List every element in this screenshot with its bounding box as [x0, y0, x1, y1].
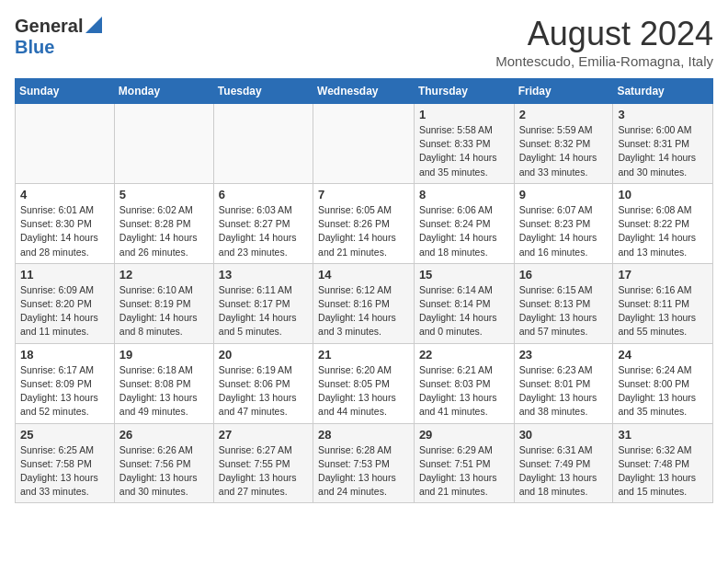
day-number: 21 [318, 348, 409, 362]
day-number: 1 [419, 108, 509, 121]
day-number: 6 [219, 188, 308, 201]
day-number: 29 [419, 428, 509, 442]
weekday-header-tuesday: Tuesday [213, 79, 313, 104]
calendar-cell [313, 104, 415, 184]
calendar-week-5: 25Sunrise: 6:25 AM Sunset: 7:58 PM Dayli… [16, 423, 713, 503]
day-number: 28 [318, 428, 409, 442]
day-info: Sunrise: 5:58 AM Sunset: 8:33 PM Dayligh… [419, 123, 509, 179]
day-info: Sunrise: 6:24 AM Sunset: 8:00 PM Dayligh… [618, 363, 708, 419]
calendar-week-1: 1Sunrise: 5:58 AM Sunset: 8:33 PM Daylig… [16, 104, 713, 184]
day-info: Sunrise: 6:08 AM Sunset: 8:22 PM Dayligh… [618, 203, 708, 259]
day-number: 9 [519, 188, 609, 201]
calendar-cell: 26Sunrise: 6:26 AM Sunset: 7:56 PM Dayli… [114, 423, 213, 503]
svg-marker-0 [85, 17, 102, 33]
day-info: Sunrise: 6:00 AM Sunset: 8:31 PM Dayligh… [618, 123, 708, 179]
logo-blue: Blue [15, 37, 54, 57]
calendar-week-3: 11Sunrise: 6:09 AM Sunset: 8:20 PM Dayli… [16, 263, 713, 343]
calendar-cell: 30Sunrise: 6:31 AM Sunset: 7:49 PM Dayli… [514, 423, 613, 503]
calendar-cell: 17Sunrise: 6:16 AM Sunset: 8:11 PM Dayli… [613, 263, 713, 343]
calendar-cell: 1Sunrise: 5:58 AM Sunset: 8:33 PM Daylig… [414, 104, 514, 184]
calendar-table: SundayMondayTuesdayWednesdayThursdayFrid… [15, 78, 713, 503]
day-number: 20 [219, 348, 308, 362]
day-number: 16 [519, 268, 609, 282]
day-number: 22 [419, 348, 509, 362]
day-number: 4 [20, 188, 109, 201]
calendar-cell: 19Sunrise: 6:18 AM Sunset: 8:08 PM Dayli… [114, 343, 213, 423]
calendar-cell: 3Sunrise: 6:00 AM Sunset: 8:31 PM Daylig… [613, 104, 713, 184]
weekday-header-saturday: Saturday [613, 79, 713, 104]
day-number: 14 [318, 268, 409, 282]
day-number: 18 [20, 348, 109, 362]
day-info: Sunrise: 6:27 AM Sunset: 7:55 PM Dayligh… [219, 443, 308, 500]
day-info: Sunrise: 6:09 AM Sunset: 8:20 PM Dayligh… [20, 283, 109, 339]
location: Montescudo, Emilia-Romagna, Italy [495, 53, 713, 69]
calendar-cell: 10Sunrise: 6:08 AM Sunset: 8:22 PM Dayli… [613, 183, 713, 263]
day-info: Sunrise: 6:01 AM Sunset: 8:30 PM Dayligh… [20, 203, 109, 259]
day-info: Sunrise: 6:10 AM Sunset: 8:19 PM Dayligh… [119, 283, 209, 339]
day-number: 25 [20, 428, 109, 442]
header: General Blue August 2024 Montescudo, Emi… [15, 15, 713, 69]
calendar-cell: 28Sunrise: 6:28 AM Sunset: 7:53 PM Dayli… [313, 423, 415, 503]
calendar-cell [16, 104, 115, 184]
day-number: 10 [618, 188, 708, 201]
calendar-week-4: 18Sunrise: 6:17 AM Sunset: 8:09 PM Dayli… [16, 343, 713, 423]
day-info: Sunrise: 6:03 AM Sunset: 8:27 PM Dayligh… [219, 203, 308, 259]
day-info: Sunrise: 6:26 AM Sunset: 7:56 PM Dayligh… [119, 443, 209, 500]
weekday-header-friday: Friday [514, 79, 613, 104]
calendar-cell: 14Sunrise: 6:12 AM Sunset: 8:16 PM Dayli… [313, 263, 415, 343]
day-info: Sunrise: 6:19 AM Sunset: 8:06 PM Dayligh… [219, 363, 308, 419]
calendar-cell: 9Sunrise: 6:07 AM Sunset: 8:23 PM Daylig… [514, 183, 613, 263]
calendar-cell: 20Sunrise: 6:19 AM Sunset: 8:06 PM Dayli… [213, 343, 313, 423]
day-number: 15 [419, 268, 509, 282]
weekday-header-sunday: Sunday [16, 79, 115, 104]
weekday-header-monday: Monday [114, 79, 213, 104]
day-info: Sunrise: 6:06 AM Sunset: 8:24 PM Dayligh… [419, 203, 509, 259]
day-number: 8 [419, 188, 509, 201]
day-number: 19 [119, 348, 209, 362]
day-info: Sunrise: 6:32 AM Sunset: 7:48 PM Dayligh… [618, 443, 708, 500]
day-info: Sunrise: 6:17 AM Sunset: 8:09 PM Dayligh… [20, 363, 109, 419]
calendar-cell: 31Sunrise: 6:32 AM Sunset: 7:48 PM Dayli… [613, 423, 713, 503]
calendar-cell: 7Sunrise: 6:05 AM Sunset: 8:26 PM Daylig… [313, 183, 415, 263]
day-info: Sunrise: 6:16 AM Sunset: 8:11 PM Dayligh… [618, 283, 708, 339]
day-info: Sunrise: 6:31 AM Sunset: 7:49 PM Dayligh… [519, 443, 609, 500]
day-number: 7 [318, 188, 409, 201]
day-info: Sunrise: 6:11 AM Sunset: 8:17 PM Dayligh… [219, 283, 308, 339]
day-info: Sunrise: 6:18 AM Sunset: 8:08 PM Dayligh… [119, 363, 209, 419]
title-area: August 2024 Montescudo, Emilia-Romagna, … [495, 15, 713, 69]
calendar-week-2: 4Sunrise: 6:01 AM Sunset: 8:30 PM Daylig… [16, 183, 713, 263]
calendar-cell: 16Sunrise: 6:15 AM Sunset: 8:13 PM Dayli… [514, 263, 613, 343]
day-info: Sunrise: 6:20 AM Sunset: 8:05 PM Dayligh… [318, 363, 409, 419]
day-info: Sunrise: 6:05 AM Sunset: 8:26 PM Dayligh… [318, 203, 409, 259]
day-info: Sunrise: 6:21 AM Sunset: 8:03 PM Dayligh… [419, 363, 509, 419]
day-info: Sunrise: 6:25 AM Sunset: 7:58 PM Dayligh… [20, 443, 109, 500]
calendar-cell: 21Sunrise: 6:20 AM Sunset: 8:05 PM Dayli… [313, 343, 415, 423]
day-info: Sunrise: 6:02 AM Sunset: 8:28 PM Dayligh… [119, 203, 209, 259]
weekday-header-thursday: Thursday [414, 79, 514, 104]
day-info: Sunrise: 6:12 AM Sunset: 8:16 PM Dayligh… [318, 283, 409, 339]
day-number: 5 [119, 188, 209, 201]
weekday-header-wednesday: Wednesday [313, 79, 415, 104]
calendar-cell: 24Sunrise: 6:24 AM Sunset: 8:00 PM Dayli… [613, 343, 713, 423]
logo: General Blue [15, 15, 102, 58]
calendar-cell: 18Sunrise: 6:17 AM Sunset: 8:09 PM Dayli… [16, 343, 115, 423]
calendar-cell: 2Sunrise: 5:59 AM Sunset: 8:32 PM Daylig… [514, 104, 613, 184]
day-info: Sunrise: 6:29 AM Sunset: 7:51 PM Dayligh… [419, 443, 509, 500]
day-number: 27 [219, 428, 308, 442]
calendar-cell: 12Sunrise: 6:10 AM Sunset: 8:19 PM Dayli… [114, 263, 213, 343]
day-number: 24 [618, 348, 708, 362]
day-number: 13 [219, 268, 308, 282]
calendar-cell: 27Sunrise: 6:27 AM Sunset: 7:55 PM Dayli… [213, 423, 313, 503]
calendar-cell: 11Sunrise: 6:09 AM Sunset: 8:20 PM Dayli… [16, 263, 115, 343]
day-number: 3 [618, 108, 708, 121]
day-info: Sunrise: 5:59 AM Sunset: 8:32 PM Dayligh… [519, 123, 609, 179]
logo-general: General [15, 16, 83, 37]
calendar-cell: 4Sunrise: 6:01 AM Sunset: 8:30 PM Daylig… [16, 183, 115, 263]
calendar-cell: 6Sunrise: 6:03 AM Sunset: 8:27 PM Daylig… [213, 183, 313, 263]
day-number: 12 [119, 268, 209, 282]
day-info: Sunrise: 6:15 AM Sunset: 8:13 PM Dayligh… [519, 283, 609, 339]
calendar-cell: 13Sunrise: 6:11 AM Sunset: 8:17 PM Dayli… [213, 263, 313, 343]
day-info: Sunrise: 6:07 AM Sunset: 8:23 PM Dayligh… [519, 203, 609, 259]
calendar-cell: 8Sunrise: 6:06 AM Sunset: 8:24 PM Daylig… [414, 183, 514, 263]
calendar-cell: 23Sunrise: 6:23 AM Sunset: 8:01 PM Dayli… [514, 343, 613, 423]
